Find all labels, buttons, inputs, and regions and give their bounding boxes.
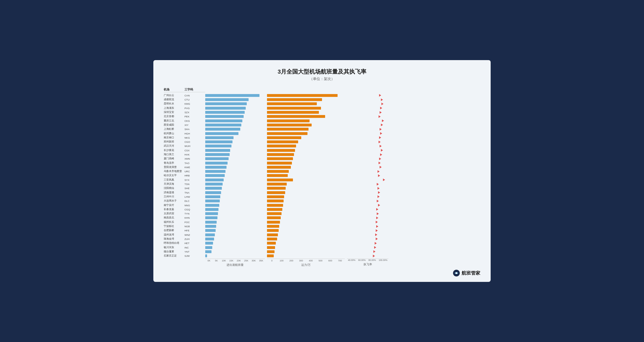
flights-bar-row [205, 93, 265, 97]
label-row: 西安咸阳XIY [164, 123, 205, 127]
airport-code: INC [184, 246, 197, 249]
airport-code: YNT [184, 250, 197, 253]
exec-triangle [379, 94, 381, 97]
exec-row [347, 245, 388, 250]
flights-bar [205, 145, 231, 147]
exec-row [347, 144, 388, 148]
capacity-bar [267, 157, 293, 160]
capacity-bar-row [267, 165, 345, 169]
airport-code: NGB [184, 225, 197, 228]
logo-area: 航班管家 [164, 269, 480, 277]
flights-bar-row [205, 212, 265, 216]
airport-name: 沈阳桃仙 [164, 187, 184, 190]
label-row: 温州龙湾WNZ [164, 233, 205, 237]
exec-row [347, 190, 388, 195]
flights-bar [205, 124, 241, 126]
airport-code: HFE [184, 229, 197, 232]
airport-code: SJW [184, 254, 197, 257]
capacity-bar-row [267, 106, 345, 110]
label-row: 海口美兰HAK [164, 152, 205, 156]
exec-triangle [382, 119, 384, 122]
label-row: 长春龙嘉CGQ [164, 207, 205, 211]
label-row: 重庆江北CKG [164, 119, 205, 123]
capacity-bar-row [267, 207, 345, 211]
flights-bar [205, 102, 247, 105]
flights-bar [205, 191, 221, 194]
airport-code: SYX [184, 179, 197, 181]
flights-bar [205, 157, 229, 160]
label-row: 济南遥墙TNA [164, 190, 205, 195]
flights-bar-row [205, 102, 265, 106]
flights-bar [205, 187, 222, 190]
flights-bar-row [205, 169, 265, 174]
flights-bar [205, 229, 216, 232]
capacity-bar [267, 124, 312, 126]
airport-code: TNA [184, 191, 197, 194]
airport-name: 烟台蓬莱 [164, 250, 184, 253]
capacity-bars [267, 93, 345, 258]
capacity-bar-row [267, 237, 345, 241]
flights-bar-row [205, 195, 265, 199]
flights-bar [205, 246, 212, 249]
exec-triangle [378, 204, 380, 206]
exec-section: 空 40.00%60.00%80.00%100.00% 执飞率 [347, 88, 388, 266]
exec-row [347, 254, 388, 258]
exec-row [347, 102, 388, 106]
flights-bar-row [205, 182, 265, 186]
flights-bar-row [205, 245, 265, 250]
capacity-bar-row [267, 140, 345, 144]
exec-row [347, 161, 388, 165]
exec-row [347, 136, 388, 140]
label-row: 哈尔滨太平HRB [164, 174, 205, 178]
flights-bar-row [205, 106, 265, 110]
exec-row [347, 199, 388, 203]
capacity-bar-row [267, 216, 345, 220]
flights-bar [205, 254, 207, 257]
capacity-axis-tick: 100 [277, 259, 287, 262]
airport-code: CTU [184, 98, 197, 101]
airport-name: 昆明长水 [164, 102, 184, 105]
airport-code: ZUH [184, 238, 197, 240]
capacity-bar [267, 216, 281, 219]
flights-axis-tick: 30K [250, 259, 258, 262]
chart-container: 3月全国大型机场航班量及其执飞率 （单位：架次） 机场 三字码 广州白云CAN成… [153, 60, 491, 282]
chart-subtitle: （单位：架次） [164, 77, 480, 81]
label-row: 昆明长水KMG [164, 102, 205, 106]
flights-bar-row [205, 237, 265, 241]
chart-body: 机场 三字码 广州白云CAN成都双流CTU昆明长水KMG上海浦东PVG深圳宝安S… [164, 88, 480, 267]
flights-axis-tick: 25K [243, 259, 250, 262]
exec-row [347, 233, 388, 237]
flights-axis-tick: 15K [228, 259, 235, 262]
label-row: 深圳宝安SZX [164, 110, 205, 114]
airport-name: 温州龙湾 [164, 233, 184, 237]
airport-name: 长春龙嘉 [164, 208, 184, 211]
flights-bar [205, 212, 218, 215]
capacity-bar [267, 132, 307, 135]
airport-code: NNG [184, 204, 197, 207]
capacity-bar [267, 242, 276, 245]
capacity-bar [267, 153, 294, 156]
exec-row [347, 140, 388, 144]
capacity-bar-row [267, 241, 345, 245]
exec-triangle [380, 107, 382, 109]
capacity-bar-row [267, 102, 345, 106]
exec-row [347, 148, 388, 152]
airport-code: HET [184, 242, 197, 245]
capacity-bar [267, 191, 285, 194]
exec-row [347, 237, 388, 241]
logo-text: 航班管家 [462, 270, 480, 276]
labels-header: 机场 三字码 [164, 88, 205, 92]
flights-bar [205, 128, 240, 131]
airport-code: TYN [184, 212, 197, 215]
flights-bar-row [205, 136, 265, 140]
capacity-bar [267, 179, 293, 181]
flights-axis-tick: 20K [235, 259, 243, 262]
capacity-bar [267, 149, 295, 152]
label-row: 杭州萧山HGH [164, 131, 205, 136]
flights-bar [205, 179, 224, 181]
airport-name: 宁波栎社 [164, 225, 184, 228]
exec-row [347, 182, 388, 186]
flights-bar-row [205, 199, 265, 203]
airport-header: 机场 [164, 88, 184, 91]
label-row: 烟台蓬莱YNT [164, 250, 205, 254]
